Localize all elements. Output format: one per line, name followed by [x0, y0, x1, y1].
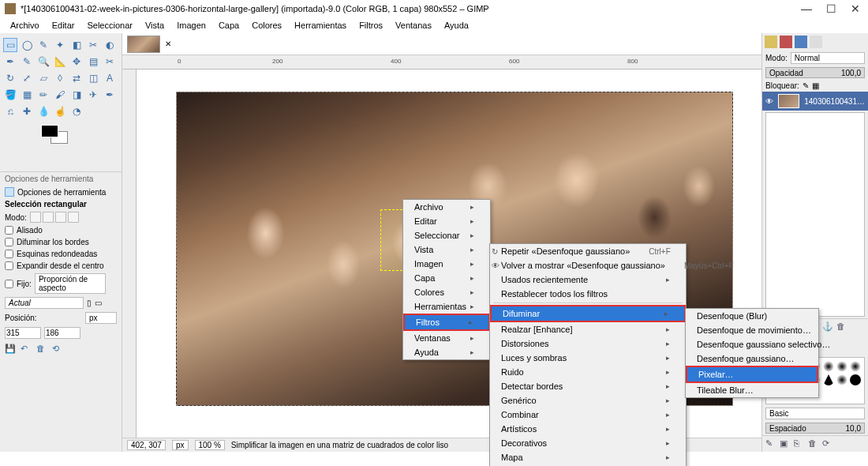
refresh-brush-icon[interactable]: ⟳	[822, 438, 833, 449]
menu-seleccionar[interactable]: Seleccionar	[81, 19, 137, 32]
foreground-select-tool[interactable]: ◐	[103, 38, 117, 52]
by-color-select-tool[interactable]: ◧	[69, 38, 84, 52]
reset-options-icon[interactable]: ⟲	[52, 344, 63, 355]
bucket-fill-tool[interactable]: 🪣	[3, 88, 17, 102]
current-field[interactable]: Actual	[5, 297, 84, 309]
eraser-tool[interactable]: ◨	[69, 88, 84, 102]
lock-pixels-icon[interactable]: ✎	[803, 81, 809, 90]
free-select-tool[interactable]: ✎	[36, 38, 51, 52]
clone-tool[interactable]: ⎌	[3, 104, 17, 118]
menu-capa[interactable]: Capa	[213, 19, 245, 32]
filters-distorts[interactable]: Distorsiones▸	[490, 336, 686, 351]
image-tab-close-icon[interactable]: ✕	[165, 39, 171, 48]
duplicate-brush-icon[interactable]: ⎘	[794, 438, 805, 449]
pos-y-input[interactable]	[44, 327, 80, 339]
crop-tool[interactable]: ✂	[103, 54, 117, 69]
expand-checkbox[interactable]	[5, 261, 13, 270]
ctx-vista[interactable]: Vista▸	[403, 242, 490, 257]
ctx-herramientas[interactable]: Herramientas▸	[403, 299, 490, 314]
landscape-icon[interactable]: ▭	[95, 299, 102, 307]
filters-enhance[interactable]: Realzar [Enhance]▸	[490, 322, 686, 336]
move-tool[interactable]: ✥	[69, 54, 84, 69]
blur-tileable[interactable]: Tileable Blur…	[686, 383, 818, 397]
fuzzy-select-tool[interactable]: ✦	[53, 38, 67, 52]
ellipse-select-tool[interactable]: ◯	[20, 38, 34, 52]
close-button[interactable]: ✕	[851, 2, 860, 15]
lock-alpha-icon[interactable]: ▦	[812, 81, 819, 90]
filters-decor[interactable]: Decorativos▸	[490, 436, 686, 450]
filters-artistic[interactable]: Artísticos▸	[490, 422, 686, 436]
blend-tool[interactable]: ▦	[20, 88, 34, 102]
paths-tab-icon[interactable]	[795, 36, 807, 48]
cage-tool[interactable]: ◫	[86, 71, 100, 85]
text-tool[interactable]: A	[103, 71, 117, 85]
scissors-tool[interactable]: ✂	[86, 38, 100, 52]
rect-select-tool[interactable]: ▭	[3, 38, 17, 52]
ctx-colores[interactable]: Colores▸	[403, 285, 490, 299]
filters-noise[interactable]: Ruido▸	[490, 365, 686, 379]
menu-editar[interactable]: Editar	[47, 19, 80, 32]
menu-vista[interactable]: Vista	[140, 19, 170, 32]
ctx-filtros[interactable]: Filtros▸	[403, 314, 490, 331]
layers-tab-icon[interactable]	[765, 36, 777, 48]
antialias-checkbox[interactable]	[5, 226, 13, 235]
eye-icon[interactable]: 👁	[765, 97, 773, 106]
shear-tool[interactable]: ▱	[36, 71, 51, 85]
ctx-ayuda[interactable]: Ayuda▸	[403, 345, 490, 359]
flip-tool[interactable]: ⇄	[69, 71, 84, 85]
measure-tool[interactable]: 📐	[53, 54, 67, 69]
menu-colores[interactable]: Colores	[246, 19, 287, 32]
delete-layer-icon[interactable]: 🗑	[836, 321, 847, 333]
zoom-tool[interactable]: 🔍	[36, 54, 51, 69]
tool-options-tab[interactable]: Opciones de herramienta	[17, 188, 106, 197]
paintbrush-tool[interactable]: 🖌	[53, 88, 67, 102]
fg-bg-colors[interactable]	[41, 125, 69, 148]
filters-combine[interactable]: Combinar▸	[490, 408, 686, 422]
align-tool[interactable]: ▤	[86, 54, 100, 69]
ink-tool[interactable]: ✒	[103, 88, 117, 102]
fg-color-swatch[interactable]	[41, 125, 58, 137]
menu-herramientas[interactable]: Herramientas	[289, 19, 352, 32]
ctx-capa[interactable]: Capa▸	[403, 271, 490, 285]
blur-pixelize[interactable]: Pixelar…	[686, 366, 818, 383]
ctx-archivo[interactable]: Archivo▸	[403, 200, 490, 214]
anchor-layer-icon[interactable]: ⚓	[822, 321, 833, 333]
pencil-tool[interactable]: ✏	[36, 88, 51, 102]
fixed-checkbox[interactable]	[5, 280, 13, 288]
filters-blur[interactable]: Difuminar▸	[490, 305, 686, 322]
channels-tab-icon[interactable]	[780, 36, 792, 48]
layer-row[interactable]: 👁 140306100431…	[762, 92, 868, 111]
airbrush-tool[interactable]: ✈	[86, 88, 100, 102]
ctx-imagen[interactable]: Imagen▸	[403, 257, 490, 271]
blur-gaussian[interactable]: Desenfoque gaussiano…	[686, 351, 818, 366]
restore-options-icon[interactable]: ↶	[21, 344, 32, 355]
minimize-button[interactable]: —	[801, 2, 812, 15]
rotate-tool[interactable]: ↻	[3, 71, 17, 85]
pos-x-input[interactable]	[5, 327, 41, 339]
dodge-tool[interactable]: ◔	[69, 104, 84, 118]
ctx-ventanas[interactable]: Ventanas▸	[403, 331, 490, 345]
maximize-button[interactable]: ☐	[826, 2, 836, 15]
feather-checkbox[interactable]	[5, 238, 13, 246]
smudge-tool[interactable]: ☝	[53, 104, 67, 118]
save-options-icon[interactable]: 💾	[5, 344, 16, 355]
blur-blur[interactable]: Desenfoque (Blur)	[686, 309, 818, 323]
image-tab-thumb[interactable]	[127, 36, 160, 53]
blur-tool[interactable]: 💧	[36, 104, 51, 118]
filters-light[interactable]: Luces y sombras▸	[490, 351, 686, 365]
menu-ayuda[interactable]: Ayuda	[439, 19, 474, 32]
portrait-icon[interactable]: ▯	[87, 299, 92, 307]
menu-imagen[interactable]: Imagen	[171, 19, 211, 32]
menu-archivo[interactable]: Archivo	[5, 19, 45, 32]
filters-map[interactable]: Mapa▸	[490, 450, 686, 464]
delete-options-icon[interactable]: 🗑	[36, 344, 47, 355]
brush-set-select[interactable]: Basic	[765, 408, 865, 419]
new-brush-icon[interactable]: ▣	[780, 438, 791, 449]
blur-motion[interactable]: Desenfoque de movimiento…	[686, 323, 818, 337]
status-zoom[interactable]: 100 %	[195, 440, 225, 450]
opacity-slider[interactable]: Opacidad100,0	[765, 67, 865, 78]
perspective-tool[interactable]: ◊	[53, 71, 67, 85]
edit-brush-icon[interactable]: ✎	[765, 438, 776, 449]
menu-filtros[interactable]: Filtros	[354, 19, 388, 32]
heal-tool[interactable]: ✚	[20, 104, 34, 118]
